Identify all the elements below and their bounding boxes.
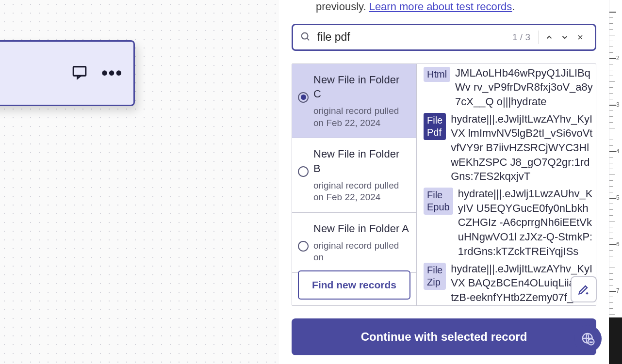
ruler-number: 6 xyxy=(616,241,620,248)
file-type-tag: FileZip xyxy=(424,263,446,290)
svg-point-3 xyxy=(588,339,594,345)
more-icon[interactable]: ••• xyxy=(101,63,123,83)
search-icon xyxy=(300,31,317,44)
record-title: New File in Folder B xyxy=(313,147,409,175)
intro-suffix: . xyxy=(512,0,515,13)
detail-row: HtmlJMLAoLHb46wRpyQ1JiLIBqWv rv_vP9frDvR… xyxy=(424,66,596,109)
detail-row: FileEpubhydrate|||.eJwlj1LwzAUhv_KyIV U5… xyxy=(424,187,596,258)
svg-rect-0 xyxy=(73,67,86,76)
ruler-number: 3 xyxy=(616,101,620,108)
intro-link[interactable]: Learn more about test records xyxy=(369,0,512,13)
ruler: 234567 xyxy=(609,0,622,364)
canvas-node-card[interactable]: der in ••• xyxy=(0,40,135,106)
detail-text: hydrate|||.eJwlj1LwzAUhv_KyIV U5EQYGucE0… xyxy=(458,187,596,258)
intro-text: previously. Learn more about test record… xyxy=(279,0,609,14)
detail-text: JMLAoLHb46wRpyQ1JiLIBqWv rv_vP9frDvR8fxj… xyxy=(455,66,596,109)
file-type-tag: FilePdf xyxy=(424,113,446,140)
record-meta: original record pulled on Feb 22, 2024 xyxy=(313,180,409,204)
ruler-number: 5 xyxy=(616,194,620,201)
continue-button[interactable]: Continue with selected record xyxy=(292,318,596,355)
search-next-button[interactable] xyxy=(557,30,573,45)
intro-prefix: previously. xyxy=(316,0,369,13)
ruler-number: 2 xyxy=(616,55,620,62)
file-type-tag: Html xyxy=(424,67,450,82)
detail-row: FilePdfhydrate|||.eJwljItLwzAYhv_KyIVX l… xyxy=(424,112,596,184)
ruler-number: 7 xyxy=(616,287,620,294)
record-detail-pane: HtmlJMLAoLHb46wRpyQ1JiLIBqWv rv_vP9frDvR… xyxy=(417,64,596,305)
record-item[interactable]: New File in Folder Aoriginal record pull… xyxy=(292,213,416,273)
edit-note-button[interactable] xyxy=(571,276,597,302)
record-meta: original record pulled on Feb 22, 2024 xyxy=(313,105,409,129)
canvas-area[interactable]: der in ••• xyxy=(0,0,279,364)
record-radio[interactable] xyxy=(298,92,309,103)
search-input[interactable] xyxy=(317,31,507,44)
find-new-records-button[interactable]: Find new records xyxy=(298,270,410,300)
svg-point-1 xyxy=(302,32,308,39)
record-list: New File in Folder Coriginal record pull… xyxy=(292,64,417,305)
detail-row: FileZiphydrate|||.eJwljItLwzAYhv_KyIVX B… xyxy=(424,262,596,305)
search-close-button[interactable] xyxy=(573,30,588,45)
help-fab[interactable] xyxy=(574,325,602,352)
file-type-tag: FileEpub xyxy=(424,188,453,215)
search-prev-button[interactable] xyxy=(541,30,557,45)
record-item[interactable]: New File in Folder Boriginal record pull… xyxy=(292,138,416,213)
search-match-count: 1 / 3 xyxy=(512,32,530,43)
search-bar: 1 / 3 xyxy=(292,24,596,51)
side-panel: previously. Learn more about test record… xyxy=(279,0,609,364)
comment-icon[interactable] xyxy=(71,64,88,82)
record-title: New File in Folder A xyxy=(313,222,409,236)
record-item[interactable]: New File in Folder Coriginal record pull… xyxy=(292,64,416,139)
ruler-number: 4 xyxy=(616,148,620,155)
record-meta: original record pulled on xyxy=(313,240,409,264)
record-radio[interactable] xyxy=(298,241,309,252)
record-title: New File in Folder C xyxy=(313,73,409,101)
detail-text: hydrate|||.eJwljItLwzAYhv_KyIVX lmImvNV5… xyxy=(451,112,596,184)
record-radio[interactable] xyxy=(298,166,309,177)
